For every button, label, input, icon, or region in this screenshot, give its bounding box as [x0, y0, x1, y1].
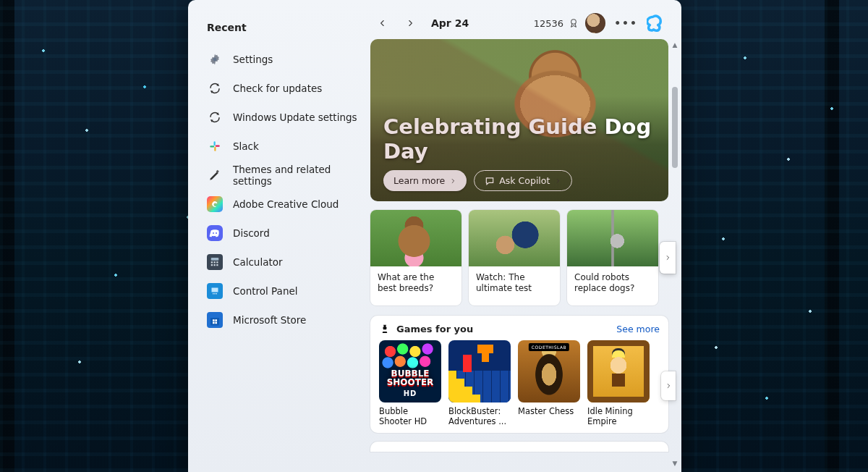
svg-rect-4	[216, 146, 220, 147]
recent-heading: Recent	[207, 22, 362, 33]
recent-item-label: Discord	[233, 227, 270, 239]
svg-rect-2	[210, 146, 214, 147]
recent-item-label: Themes and related settings	[233, 164, 359, 187]
recent-item-calculator[interactable]: Calculator	[204, 248, 362, 277]
recent-item-discord[interactable]: Discord	[204, 219, 362, 248]
story-thumb	[469, 210, 560, 266]
game-art	[587, 340, 650, 403]
chevron-right-icon	[405, 18, 415, 28]
game-title: BlockBuster: Adventures ...	[448, 407, 511, 427]
story-caption: Watch: The ultimate test	[469, 266, 560, 305]
recent-item-slack[interactable]: Slack	[204, 132, 362, 161]
recent-item-label: Settings	[233, 54, 273, 65]
svg-rect-13	[214, 264, 216, 266]
recent-item-ms-store[interactable]: Microsoft Store	[204, 305, 362, 334]
recent-item-check-updates[interactable]: Check for updates	[204, 74, 362, 103]
story-caption: What are the best breeds?	[370, 266, 461, 305]
copilot-button[interactable]	[647, 13, 667, 33]
recent-item-label: Slack	[233, 140, 259, 152]
scrollbar-up-button[interactable]: ▲	[671, 41, 678, 49]
points-value: 12536	[534, 18, 563, 29]
microsoft-store-icon	[207, 312, 223, 328]
chevron-right-icon	[554, 177, 561, 185]
svg-rect-14	[216, 264, 218, 266]
game-tile[interactable]: Bubble Shooter HD	[379, 340, 441, 427]
ask-copilot-button[interactable]: Ask Copilot	[474, 170, 572, 191]
rewards-medal-icon	[568, 17, 579, 29]
chevron-right-icon	[664, 254, 671, 261]
adobe-cc-icon	[207, 196, 223, 212]
copilot-icon	[647, 13, 667, 33]
header-date: Apr 24	[431, 17, 469, 29]
game-tile[interactable]: BlockBuster: Adventures ...	[448, 340, 511, 427]
svg-rect-20	[213, 319, 215, 321]
next-card-peek	[370, 442, 668, 452]
chat-icon	[485, 176, 495, 186]
recent-item-control-panel[interactable]: Control Panel	[204, 277, 362, 305]
story-thumb	[567, 210, 658, 266]
scrollbar-down-button[interactable]: ▼	[671, 459, 678, 468]
feed-header: Apr 24 12536 •••	[370, 7, 668, 39]
game-art	[518, 340, 580, 403]
calculator-icon	[207, 254, 223, 270]
recent-item-label: Adobe Creative Cloud	[233, 198, 339, 210]
svg-rect-23	[215, 322, 217, 324]
games-card: Games for you See more Bubble Shooter HD…	[370, 316, 668, 433]
ask-copilot-label: Ask Copilot	[499, 175, 550, 186]
main-feed: Apr 24 12536 •••	[366, 0, 681, 472]
recent-item-label: Windows Update settings	[233, 111, 357, 123]
story-card[interactable]: Watch: The ultimate test	[469, 210, 560, 305]
recent-item-adobe-cc[interactable]: Adobe Creative Cloud	[204, 190, 362, 219]
chevron-right-icon	[449, 177, 456, 185]
slack-icon	[207, 138, 223, 154]
control-panel-icon	[207, 283, 223, 299]
story-thumb	[370, 210, 461, 266]
svg-rect-1	[214, 141, 216, 146]
svg-rect-16	[212, 288, 218, 292]
svg-point-17	[213, 293, 214, 295]
svg-rect-9	[211, 261, 213, 263]
recent-item-label: Control Panel	[233, 285, 298, 297]
svg-point-7	[216, 232, 217, 234]
recent-item-themes[interactable]: Themes and related settings	[204, 161, 362, 190]
scrollbar[interactable]: ▲ ▼	[671, 41, 678, 468]
recent-item-windows-update[interactable]: Windows Update settings	[204, 103, 362, 132]
nav-forward-button[interactable]	[399, 12, 421, 34]
chevron-left-icon	[378, 18, 388, 28]
hero-card[interactable]: Celebrating Guide Dog Day Learn more Ask…	[370, 39, 668, 201]
svg-point-19	[216, 293, 218, 295]
games-heading: Games for you	[396, 324, 473, 334]
svg-point-24	[571, 20, 576, 25]
game-title: Master Chess	[518, 407, 580, 417]
rewards-points[interactable]: 12536	[534, 17, 579, 29]
game-art	[379, 340, 441, 403]
story-card[interactable]: Could robots replace dogs?	[567, 210, 658, 305]
svg-rect-22	[213, 322, 215, 324]
game-tile[interactable]: Master Chess	[518, 340, 580, 427]
story-caption: Could robots replace dogs?	[567, 266, 658, 305]
refresh-icon	[207, 109, 223, 125]
recent-item-label: Check for updates	[233, 83, 322, 94]
svg-point-18	[214, 293, 216, 295]
pen-icon	[207, 167, 223, 183]
more-menu-button[interactable]: •••	[611, 17, 641, 29]
svg-rect-3	[214, 147, 216, 151]
svg-rect-21	[215, 319, 217, 321]
hero-actions: Learn more Ask Copilot	[383, 170, 572, 191]
svg-point-6	[213, 232, 214, 234]
svg-rect-12	[211, 264, 213, 266]
user-avatar[interactable]	[585, 13, 605, 33]
learn-more-button[interactable]: Learn more	[383, 170, 467, 191]
recent-list: Settings Check for updates Windows Updat…	[204, 45, 362, 334]
scrollbar-thumb[interactable]	[672, 87, 678, 168]
recent-sidebar: Recent Settings Check for updates Window…	[188, 0, 366, 472]
game-tile[interactable]: Idle Mining Empire	[587, 340, 650, 427]
discord-icon	[207, 225, 223, 241]
recent-item-settings[interactable]: Settings	[204, 45, 362, 74]
story-card[interactable]: What are the best breeds?	[370, 210, 461, 305]
games-see-more[interactable]: See more	[616, 324, 660, 334]
chess-icon	[379, 323, 391, 334]
nav-back-button[interactable]	[372, 12, 393, 34]
learn-more-label: Learn more	[393, 175, 445, 186]
game-title: Idle Mining Empire	[587, 407, 650, 427]
